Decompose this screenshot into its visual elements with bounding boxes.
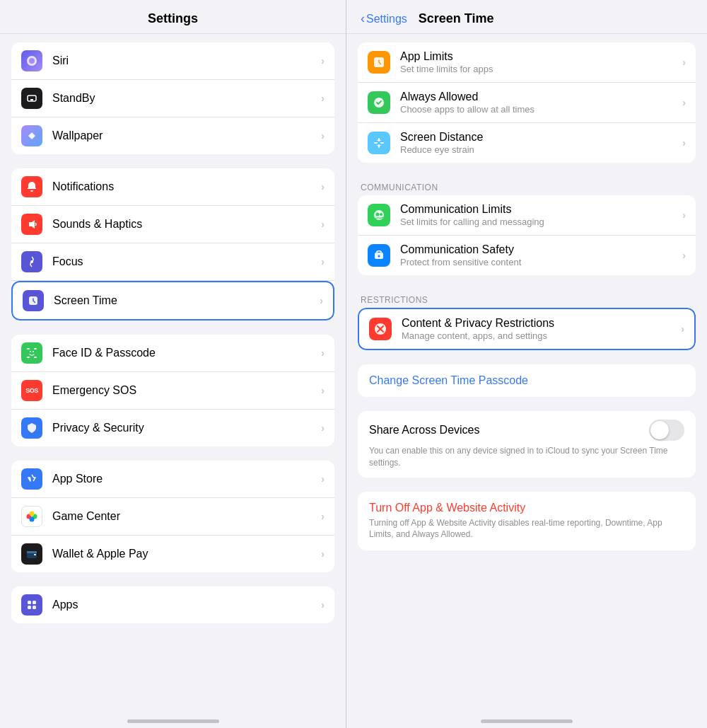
screendist-text: Screen Distance Reduce eye strain xyxy=(400,131,682,155)
sidebar-item-notifications[interactable]: Notifications › xyxy=(11,168,334,206)
alwaysallowed-subtitle: Choose apps to allow at all times xyxy=(400,104,682,115)
settings-group-3: Face ID & Passcode › SOS Emergency SOS ›… xyxy=(11,335,334,446)
sidebar-item-appstore[interactable]: App Store › xyxy=(11,461,334,498)
home-indicator-right xyxy=(346,714,707,728)
svg-point-30 xyxy=(378,255,380,258)
screentime-icon xyxy=(23,290,44,311)
gamecenter-label: Game Center xyxy=(52,510,321,523)
contentprivacy-chevron: › xyxy=(681,323,684,335)
sidebar-item-standby[interactable]: StandBy › xyxy=(11,80,334,117)
gamecenter-chevron: › xyxy=(321,511,325,522)
share-across-label: Share Across Devices xyxy=(369,424,480,437)
change-passcode-button[interactable]: Change Screen Time Passcode xyxy=(358,364,696,397)
settings-group-2: Notifications › Sounds & Haptics › xyxy=(11,168,334,320)
svg-point-5 xyxy=(30,260,33,263)
home-bar-right xyxy=(481,720,573,723)
turn-off-desc: Turning off App & Website Activity disab… xyxy=(358,517,696,551)
siri-chevron: › xyxy=(321,55,325,67)
right-item-commsafety[interactable]: Communication Safety Protect from sensit… xyxy=(358,236,696,275)
right-group-restrictions: Content & Privacy Restrictions Manage co… xyxy=(358,308,696,350)
screentime-chevron: › xyxy=(320,295,323,306)
focus-label: Focus xyxy=(52,255,321,268)
sidebar-item-siri[interactable]: Siri › xyxy=(11,42,334,80)
sidebar-item-wallpaper[interactable]: Wallpaper › xyxy=(11,117,334,154)
contentprivacy-subtitle: Manage content, apps, and settings xyxy=(402,330,681,341)
screendist-subtitle: Reduce eye strain xyxy=(400,144,682,155)
wallpaper-chevron: › xyxy=(321,130,325,141)
sidebar-item-apps[interactable]: Apps › xyxy=(11,587,334,623)
right-group-communication: Communication Limits Set limits for call… xyxy=(358,195,696,275)
share-across-desc: You can enable this on any device signed… xyxy=(369,445,684,469)
screendist-title: Screen Distance xyxy=(400,131,682,144)
right-panel: ‹ Settings Screen Time App Limits Set ti… xyxy=(346,0,707,728)
focus-icon xyxy=(21,251,42,272)
right-item-alwaysallowed[interactable]: Always Allowed Choose apps to allow at a… xyxy=(358,83,696,123)
sidebar-item-sounds[interactable]: Sounds & Haptics › xyxy=(11,206,334,243)
sidebar-item-faceid[interactable]: Face ID & Passcode › xyxy=(11,335,334,372)
appstore-label: App Store xyxy=(52,473,321,485)
svg-point-28 xyxy=(380,213,382,216)
faceid-icon xyxy=(21,342,42,364)
alwaysallowed-text: Always Allowed Choose apps to allow at a… xyxy=(400,91,682,115)
back-button[interactable]: ‹ Settings xyxy=(361,11,407,26)
contentprivacy-title: Content & Privacy Restrictions xyxy=(402,317,681,330)
siri-icon xyxy=(21,50,42,71)
privacy-chevron: › xyxy=(321,422,325,434)
svg-rect-22 xyxy=(28,606,31,609)
applimits-title: App Limits xyxy=(400,50,682,63)
sidebar-item-privacy[interactable]: Privacy & Security › xyxy=(11,410,334,446)
share-across-toggle[interactable] xyxy=(649,420,684,441)
alwaysallowed-icon xyxy=(368,91,390,114)
svg-rect-23 xyxy=(33,606,36,609)
right-item-screendist[interactable]: Screen Distance Reduce eye strain › xyxy=(358,123,696,163)
apps-label: Apps xyxy=(52,599,321,611)
screentime-label: Screen Time xyxy=(54,294,320,307)
share-across-row: Share Across Devices xyxy=(369,420,684,441)
sidebar-item-screentime[interactable]: Screen Time › xyxy=(11,281,334,320)
wallet-label: Wallet & Apple Pay xyxy=(52,548,321,560)
back-label: Settings xyxy=(366,13,407,25)
svg-rect-7 xyxy=(27,348,30,349)
privacy-label: Privacy & Security xyxy=(52,422,321,434)
sidebar-item-sos[interactable]: SOS Emergency SOS › xyxy=(11,372,334,410)
faceid-label: Face ID & Passcode xyxy=(52,347,321,359)
sidebar-item-wallet[interactable]: Wallet & Apple Pay › xyxy=(11,536,334,572)
left-panel: Settings Siri › xyxy=(0,0,346,728)
right-item-commlimits[interactable]: Communication Limits Set limits for call… xyxy=(358,195,696,236)
faceid-chevron: › xyxy=(321,347,325,359)
applimits-text: App Limits Set time limits for apps xyxy=(400,50,682,74)
applimits-icon xyxy=(368,51,390,74)
svg-rect-10 xyxy=(34,357,37,358)
turn-off-label[interactable]: Turn Off App & Website Activity xyxy=(358,492,696,517)
svg-point-12 xyxy=(33,351,34,352)
svg-rect-18 xyxy=(27,551,37,553)
right-item-contentprivacy[interactable]: Content & Privacy Restrictions Manage co… xyxy=(358,308,696,350)
svg-point-27 xyxy=(376,213,380,216)
alwaysallowed-chevron: › xyxy=(682,97,686,108)
right-group-1: App Limits Set time limits for apps › Al… xyxy=(358,42,696,163)
wallet-icon xyxy=(21,543,42,565)
right-item-applimits[interactable]: App Limits Set time limits for apps › xyxy=(358,42,696,83)
applimits-chevron: › xyxy=(682,57,686,68)
sos-label: Emergency SOS xyxy=(52,384,321,397)
gamecenter-icon xyxy=(21,506,42,527)
sidebar-item-gamecenter[interactable]: Game Center › xyxy=(11,498,334,536)
sounds-chevron: › xyxy=(321,219,325,230)
appstore-icon xyxy=(21,468,42,490)
contentprivacy-text: Content & Privacy Restrictions Manage co… xyxy=(402,317,681,341)
siri-label: Siri xyxy=(52,54,321,67)
commsafety-icon xyxy=(368,244,390,267)
svg-rect-20 xyxy=(28,601,31,604)
communication-section-label: COMMUNICATION xyxy=(358,177,696,195)
wallpaper-label: Wallpaper xyxy=(52,129,321,142)
commlimits-title: Communication Limits xyxy=(400,203,682,216)
applimits-subtitle: Set time limits for apps xyxy=(400,64,682,74)
privacy-icon xyxy=(21,417,42,439)
standby-chevron: › xyxy=(321,93,325,104)
commlimits-text: Communication Limits Set limits for call… xyxy=(400,203,682,227)
commsafety-title: Communication Safety xyxy=(400,243,682,256)
svg-rect-9 xyxy=(27,357,30,358)
sos-icon: SOS xyxy=(21,380,42,401)
sidebar-item-focus[interactable]: Focus › xyxy=(11,243,334,281)
share-across-section: Share Across Devices You can enable this… xyxy=(358,411,696,478)
